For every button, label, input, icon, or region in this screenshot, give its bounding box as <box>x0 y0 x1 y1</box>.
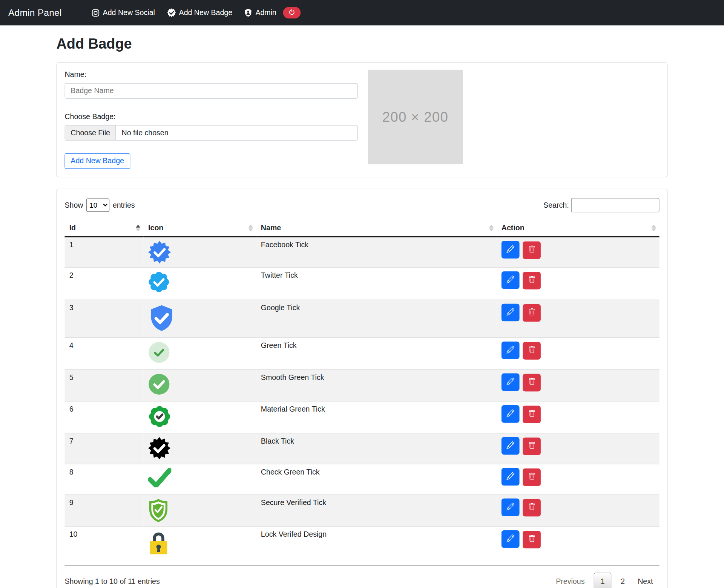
badge-icon-cell <box>144 369 256 401</box>
delete-button[interactable] <box>523 499 541 516</box>
badge-preview-placeholder: 200 × 200 <box>368 70 463 164</box>
nav-item-add-new-badge[interactable]: Add New Badge <box>167 8 232 17</box>
badge-name-cell: Green Tick <box>256 338 497 369</box>
delete-button[interactable] <box>523 468 541 486</box>
edit-button[interactable] <box>502 271 520 289</box>
trash-icon <box>528 346 535 355</box>
badge-action-cell <box>497 237 660 267</box>
trash-icon <box>528 378 535 387</box>
file-status-text: No file chosen <box>116 126 174 140</box>
badge-action-cell <box>497 369 660 401</box>
badge-id-cell: 4 <box>64 338 143 369</box>
pencil-icon <box>506 308 514 317</box>
badge-icon-cell <box>144 237 256 267</box>
trash-icon <box>528 503 535 512</box>
badge-check-icon <box>167 8 176 17</box>
edit-button[interactable] <box>502 341 520 359</box>
show-label: Show <box>64 201 83 209</box>
pencil-icon <box>506 409 514 418</box>
sort-icon <box>489 225 494 231</box>
badge-action-cell <box>497 338 660 369</box>
badge-name-cell: Google Tick <box>256 300 497 337</box>
column-header-name[interactable]: Name <box>256 220 497 237</box>
trash-icon <box>528 442 535 450</box>
delete-button[interactable] <box>523 437 541 455</box>
trash-icon <box>528 535 535 544</box>
secure-verified-shield <box>148 498 252 522</box>
delete-button[interactable] <box>523 304 541 322</box>
badge-table-body: 1Facebook Tick2Twitter Tick3Google Tick4… <box>64 237 659 565</box>
table-row: 3Google Tick <box>64 300 659 337</box>
column-header-icon[interactable]: Icon <box>144 220 256 237</box>
edit-button[interactable] <box>502 405 520 423</box>
nav-item-admin[interactable]: Admin <box>244 8 276 17</box>
google-shield-tick <box>148 304 252 334</box>
nav-label: Add New Social <box>103 9 155 17</box>
page-title: Add Badge <box>56 35 667 52</box>
delete-button[interactable] <box>523 272 541 289</box>
pagination-page-1[interactable]: 1 <box>594 573 612 588</box>
table-row: 6Material Green Tick <box>64 401 659 433</box>
pagination-page-2[interactable]: 2 <box>614 574 631 588</box>
instagram-icon <box>91 9 100 17</box>
badges-table: Id Icon Name Action <box>64 220 659 566</box>
delete-button[interactable] <box>523 342 541 360</box>
badge-action-cell <box>497 527 660 566</box>
edit-button[interactable] <box>502 498 520 516</box>
edit-button[interactable] <box>502 437 520 455</box>
badge-id-cell: 5 <box>64 369 143 401</box>
delete-button[interactable] <box>523 241 541 259</box>
badge-name-cell: Lock Verifed Design <box>256 527 497 566</box>
trash-icon <box>528 473 535 481</box>
badge-name-cell: Black Tick <box>256 433 497 464</box>
table-row: 9Secure Verified Tick <box>64 495 659 526</box>
pagination-next[interactable]: Next <box>631 574 660 588</box>
choose-badge-label: Choose Badge: <box>64 113 358 121</box>
add-badge-card: Name: Choose Badge: Choose File No file … <box>56 62 667 177</box>
badge-name-input[interactable] <box>64 83 358 99</box>
badge-id-cell: 2 <box>64 268 143 300</box>
table-row: 2Twitter Tick <box>64 268 659 300</box>
badge-id-cell: 9 <box>64 495 143 526</box>
badge-icon-cell <box>144 464 256 495</box>
nav-item-add-new-social[interactable]: Add New Social <box>91 9 155 17</box>
pencil-icon <box>506 346 514 355</box>
delete-button[interactable] <box>523 531 541 548</box>
edit-button[interactable] <box>502 468 520 486</box>
name-label: Name: <box>64 70 358 79</box>
table-info-text: Showing 1 to 10 of 11 entries <box>64 577 160 586</box>
badge-action-cell <box>497 433 660 464</box>
search-label: Search: <box>543 201 569 209</box>
table-row: 4Green Tick <box>64 338 659 369</box>
pagination-previous[interactable]: Previous <box>549 574 591 588</box>
badge-action-cell <box>497 268 660 300</box>
edit-button[interactable] <box>502 304 520 322</box>
badge-id-cell: 10 <box>64 527 143 566</box>
column-header-id[interactable]: Id <box>64 220 143 237</box>
search-input[interactable] <box>571 198 660 212</box>
column-header-action[interactable]: Action <box>497 220 660 237</box>
badge-file-input[interactable]: Choose File No file chosen <box>64 125 358 141</box>
badge-name-cell: Check Green Tick <box>256 464 497 495</box>
nav-label: Add New Badge <box>179 9 233 17</box>
choose-file-button[interactable]: Choose File <box>65 126 116 140</box>
top-navbar: Admin Panel Add New Social Add New Badge <box>0 0 724 25</box>
edit-button[interactable] <box>502 374 520 391</box>
edit-button[interactable] <box>502 241 520 259</box>
delete-button[interactable] <box>523 374 541 391</box>
delete-button[interactable] <box>523 406 541 423</box>
pencil-icon <box>506 472 514 481</box>
badge-icon-cell <box>144 300 256 337</box>
table-row: 10Lock Verifed Design <box>64 527 659 566</box>
black-tick-badge <box>148 437 252 460</box>
nav-label: Admin <box>255 9 276 17</box>
trash-icon <box>528 308 535 317</box>
brand-title: Admin Panel <box>8 8 62 18</box>
entries-label: entries <box>113 201 135 209</box>
logout-button[interactable] <box>283 7 301 18</box>
entries-per-page-select[interactable]: 10 <box>86 199 109 212</box>
edit-button[interactable] <box>502 530 520 548</box>
badge-action-cell <box>497 401 660 433</box>
pencil-icon <box>506 276 514 285</box>
add-new-badge-button[interactable]: Add New Badge <box>64 153 130 169</box>
